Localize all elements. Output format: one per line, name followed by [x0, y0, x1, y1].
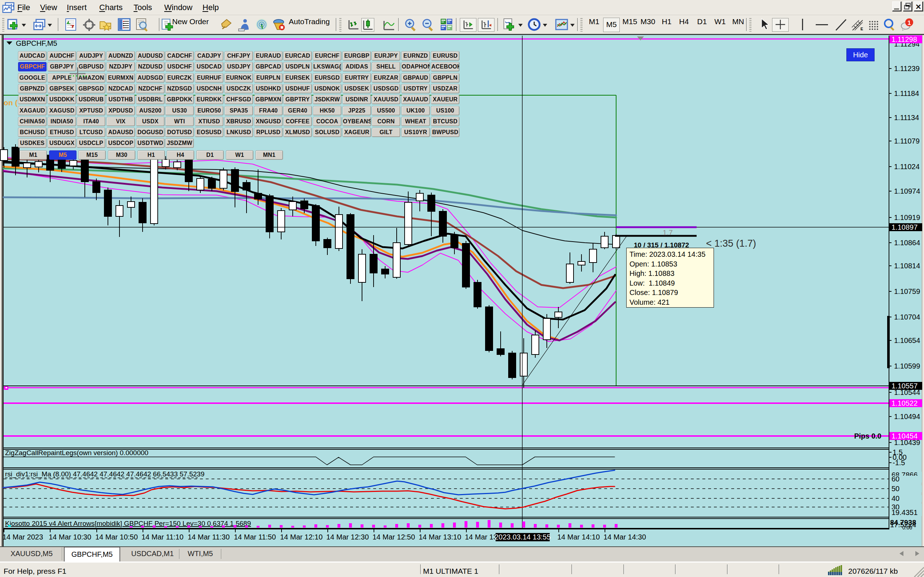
svg-text:1.10654: 1.10654	[894, 337, 920, 344]
svg-text:14 Mar 11:30: 14 Mar 11:30	[188, 533, 229, 541]
svg-text:1.11134: 1.11134	[894, 114, 919, 121]
svg-text:14 Mar 14:10: 14 Mar 14:10	[557, 533, 600, 541]
svg-text:rsi_div1:rsi_Ma (8.00) 47.4642: rsi_div1:rsi_Ma (8.00) 47.4642 47.4642 4…	[5, 470, 204, 478]
svg-text:1: 1	[908, 19, 911, 26]
svg-text:1.10974: 1.10974	[894, 187, 920, 195]
svg-text:14 Mar 10:50: 14 Mar 10:50	[95, 533, 138, 541]
svg-text:1.7: 1.7	[663, 229, 673, 237]
svg-text:1.11298: 1.11298	[892, 35, 917, 43]
svg-text:1.10599: 1.10599	[894, 362, 920, 370]
svg-text:1.10759: 1.10759	[894, 287, 920, 295]
svg-text:< 1:35 (1.7): < 1:35 (1.7)	[706, 238, 756, 249]
svg-text:1.10704: 1.10704	[894, 313, 920, 321]
svg-text:-1.5: -1.5	[893, 459, 905, 467]
svg-text:14 Mar 13:10: 14 Mar 13:10	[419, 533, 461, 541]
svg-text:1.10919: 1.10919	[894, 213, 920, 221]
svg-text:1.10897: 1.10897	[892, 223, 918, 231]
svg-text:14 Mar 2023: 14 Mar 2023	[3, 533, 43, 541]
svg-text:1.10494: 1.10494	[894, 413, 920, 421]
svg-text:1.10522: 1.10522	[892, 399, 918, 407]
svg-text:1.11024: 1.11024	[894, 163, 920, 171]
svg-text:19.4351: 19.4351	[892, 508, 918, 516]
svg-text:ZigZagCallRepaintLegs(own vers: ZigZagCallRepaintLegs(own version) 0.000…	[5, 449, 149, 456]
svg-text:40: 40	[892, 495, 900, 502]
svg-text:1.10814: 1.10814	[894, 262, 920, 270]
svg-text:1.11239: 1.11239	[894, 64, 920, 73]
svg-text:on (: on (	[3, 98, 17, 107]
svg-text:1.11079: 1.11079	[894, 137, 920, 145]
svg-text:14 Mar 12:10: 14 Mar 12:10	[280, 533, 323, 541]
svg-text:60: 60	[892, 475, 900, 483]
svg-text:14 Mar 11:10: 14 Mar 11:10	[142, 533, 183, 541]
svg-text:50: 50	[892, 485, 900, 493]
svg-text:1.10454: 1.10454	[892, 432, 918, 440]
svg-text:14 Mar 10:30: 14 Mar 10:30	[49, 533, 91, 541]
svg-text:Pips 0.0: Pips 0.0	[854, 432, 881, 440]
svg-text:14 Mar 14:30: 14 Mar 14:30	[604, 533, 646, 541]
svg-text:1.11184: 1.11184	[894, 89, 919, 97]
svg-text:E: E	[861, 27, 863, 31]
svg-text:14 Mar 12:50: 14 Mar 12:50	[373, 533, 415, 541]
svg-text:14 Mar 11:50: 14 Mar 11:50	[234, 533, 276, 541]
svg-text:1.10864: 1.10864	[894, 239, 920, 247]
svg-text:Kiosotto 2015 v4 Alert Arrows: Kiosotto 2015 v4 Alert Arrows[mobidik] G…	[5, 520, 251, 527]
svg-text:1.10557: 1.10557	[892, 382, 918, 390]
svg-text:0.00: 0.00	[902, 525, 912, 530]
svg-text:2023.03.14 13:55: 2023.03.14 13:55	[494, 533, 551, 541]
svg-text:14 Mar 12:30: 14 Mar 12:30	[326, 533, 369, 541]
svg-text:GBPCHF,M5: GBPCHF,M5	[16, 39, 57, 47]
